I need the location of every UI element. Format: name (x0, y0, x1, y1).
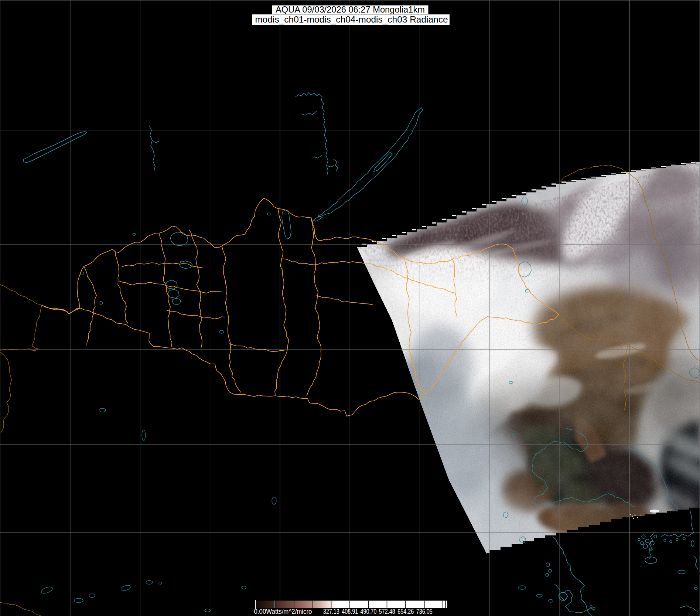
svg-text:654.26: 654.26 (397, 608, 414, 615)
svg-text:572.48: 572.48 (379, 608, 395, 615)
svg-text:modis_ch01-modis_ch04-modis_ch: modis_ch01-modis_ch04-modis_ch03 Radianc… (255, 15, 448, 24)
svg-text:0.00Watts/m^2/micro: 0.00Watts/m^2/micro (254, 608, 312, 615)
svg-text:327.13: 327.13 (323, 608, 339, 615)
svg-text:736.05: 736.05 (416, 608, 433, 615)
svg-text:408.91: 408.91 (342, 608, 358, 615)
svg-text:AQUA 09/03/2026 06:27 Mongolia: AQUA 09/03/2026 06:27 Mongolia1km (276, 5, 425, 14)
svg-text:490.70: 490.70 (360, 608, 376, 615)
